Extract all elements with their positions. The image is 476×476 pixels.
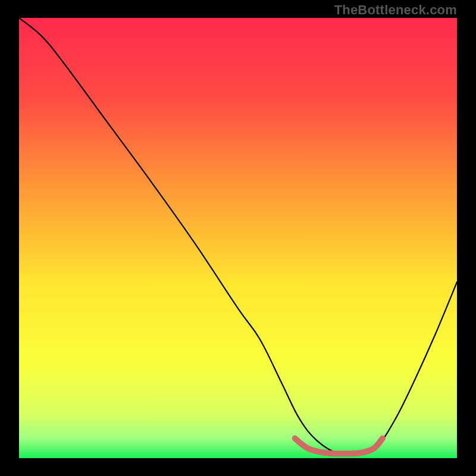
chart-frame: [19, 18, 457, 458]
bottleneck-chart: [19, 18, 457, 458]
watermark-text: TheBottleneck.com: [334, 2, 457, 18]
gradient-background: [19, 18, 457, 458]
